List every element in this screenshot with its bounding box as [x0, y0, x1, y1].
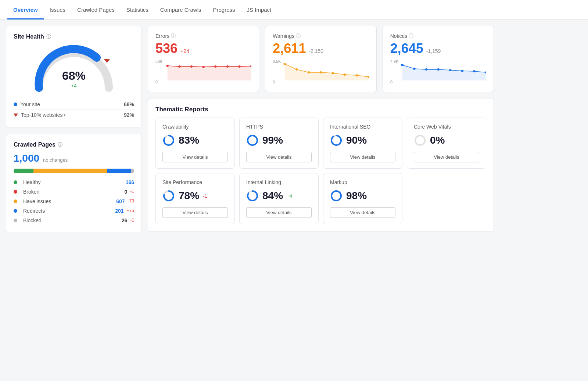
international-seo-score-row: 90% [330, 134, 395, 147]
internal-linking-donut [246, 190, 259, 202]
crawled-pages-info-icon[interactable]: ⓘ [58, 141, 62, 148]
https-view-details[interactable]: View details [246, 152, 312, 162]
nav-overview[interactable]: Overview [7, 0, 44, 19]
healthy-dot [14, 180, 17, 184]
broken-value: 0 [125, 189, 128, 195]
nav-js-impact[interactable]: JS Impact [241, 0, 277, 19]
notices-count: 2,645 [390, 41, 423, 56]
have-issues-dot [14, 200, 17, 203]
svg-point-17 [308, 71, 310, 73]
crawlability-view-details[interactable]: View details [162, 152, 228, 162]
nav-issues[interactable]: Issues [44, 0, 71, 19]
svg-text:4.9K: 4.9K [390, 60, 398, 64]
svg-point-40 [415, 136, 425, 145]
svg-point-21 [356, 74, 358, 76]
site-performance-score-row: 78% -1 [162, 190, 228, 202]
stat-have-issues: Have issues 607 -73 [14, 197, 134, 206]
core-web-vitals-view-details[interactable]: View details [414, 152, 479, 162]
internal-linking-name: Internal Linking [246, 179, 312, 185]
warnings-info-icon[interactable]: ⓘ [296, 33, 301, 39]
site-performance-view-details[interactable]: View details [162, 207, 228, 218]
reports-grid-top: Crawlability 83% View details HTTPS [155, 118, 486, 169]
crawlability-name: Crawlability [162, 124, 228, 130]
internal-linking-score: 84% [262, 190, 283, 202]
have-issues-delta: -73 [128, 198, 134, 204]
svg-point-39 [331, 136, 341, 145]
crawlability-score: 83% [179, 134, 199, 146]
svg-point-18 [320, 71, 322, 73]
site-health-title: Site Health ⓘ [14, 33, 134, 40]
site-performance-score: 78% [179, 190, 199, 202]
top10-legend[interactable]: Top-10% websites ▾ 92% [14, 109, 134, 120]
svg-marker-14 [285, 64, 369, 80]
healthy-value: 166 [126, 179, 134, 185]
internal-linking-score-row: 84% +4 [246, 190, 312, 202]
crawled-count: 1,000 [14, 152, 39, 164]
international-seo-view-details[interactable]: View details [330, 152, 395, 162]
svg-text:0: 0 [390, 80, 392, 84]
errors-info-icon[interactable]: ⓘ [171, 33, 176, 39]
errors-label: Errors ⓘ [155, 33, 251, 39]
stat-healthy: Healthy 166 [14, 177, 134, 187]
report-site-performance: Site Performance 78% -1 View details [155, 173, 235, 224]
bar-redirects [107, 169, 131, 173]
stat-redirects: Redirects 201 +75 [14, 206, 134, 216]
https-score-row: 99% [246, 134, 312, 147]
svg-marker-25 [402, 65, 486, 80]
markup-view-details[interactable]: View details [330, 207, 395, 218]
markup-score: 98% [346, 190, 367, 202]
svg-point-31 [461, 70, 463, 72]
svg-point-29 [437, 68, 440, 71]
bar-blocked [131, 169, 134, 173]
top10-dropdown-icon[interactable]: ▾ [64, 113, 66, 118]
site-health-info-icon[interactable]: ⓘ [46, 33, 51, 40]
broken-delta: -1 [130, 189, 134, 195]
site-performance-donut [162, 190, 175, 202]
svg-point-8 [214, 65, 217, 68]
svg-point-6 [190, 65, 193, 68]
svg-point-26 [401, 64, 404, 66]
svg-point-7 [202, 66, 205, 68]
https-donut [246, 134, 259, 147]
bar-have-issues [33, 169, 107, 173]
stat-broken: Broken 0 -1 [14, 187, 134, 197]
nav-crawled-pages[interactable]: Crawled Pages [71, 0, 121, 19]
svg-point-15 [284, 63, 286, 65]
svg-point-20 [344, 73, 346, 76]
notices-info-icon[interactable]: ⓘ [409, 33, 413, 39]
top10-value: 92% [124, 112, 134, 118]
nav-compare-crawls[interactable]: Compare Crawls [154, 0, 207, 19]
svg-point-5 [178, 65, 181, 68]
blocked-dot [14, 219, 17, 222]
right-column: Errors ⓘ 536 +24 539 0 [148, 26, 494, 233]
bar-healthy [14, 169, 33, 173]
nav-progress[interactable]: Progress [207, 0, 241, 19]
site-health-label: Site Health [14, 33, 44, 40]
crawled-pages-label: Crawled Pages [14, 141, 55, 148]
your-site-label: Your site [14, 101, 40, 107]
nav-statistics[interactable]: Statistics [121, 0, 154, 19]
svg-text:539: 539 [155, 60, 162, 64]
svg-point-28 [425, 68, 427, 71]
international-seo-name: International SEO [330, 124, 395, 130]
errors-count: 536 [155, 41, 178, 56]
crawlability-donut [162, 134, 175, 147]
https-score: 99% [262, 134, 283, 146]
notices-num-row: 2,645 -1,159 [390, 41, 486, 56]
crawled-pages-card: Crawled Pages ⓘ 1,000 no changes Healthy [6, 134, 142, 233]
core-web-vitals-name: Core Web Vitals [414, 124, 479, 130]
report-core-web-vitals: Core Web Vitals 0% View details [407, 118, 486, 169]
report-https: HTTPS 99% View details [239, 118, 319, 169]
warnings-label: Warnings ⓘ [273, 33, 369, 39]
internal-linking-view-details[interactable]: View details [246, 207, 312, 218]
stat-blocked: Blocked 26 -1 [14, 216, 134, 225]
your-site-legend: Your site 68% [14, 99, 134, 109]
svg-point-27 [413, 68, 416, 70]
svg-marker-3 [168, 66, 252, 80]
crawled-count-row: 1,000 no changes [14, 152, 134, 164]
notices-delta: -1,159 [426, 48, 441, 54]
svg-point-46 [331, 191, 341, 201]
redirects-dot [14, 209, 17, 213]
your-site-dot [14, 103, 17, 106]
main-content: Site Health ⓘ 68% +4 [0, 20, 500, 239]
